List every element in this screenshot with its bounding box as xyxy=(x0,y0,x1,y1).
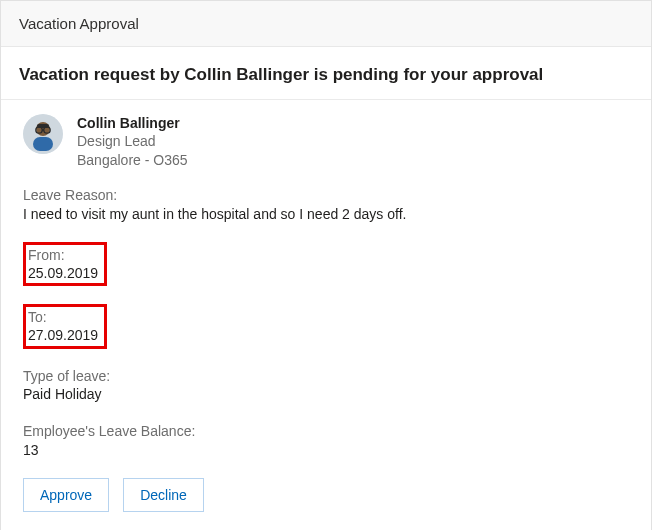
requester-location: Bangalore - O365 xyxy=(77,151,188,170)
leave-balance-field: Employee's Leave Balance: 13 xyxy=(23,422,629,460)
leave-type-value: Paid Holiday xyxy=(23,385,629,404)
requester-name: Collin Ballinger xyxy=(77,114,188,132)
approve-button[interactable]: Approve xyxy=(23,478,109,512)
card-content: Collin Ballinger Design Lead Bangalore -… xyxy=(1,100,651,530)
avatar-icon xyxy=(23,114,63,154)
from-date-highlight: From: 25.09.2019 xyxy=(23,242,107,286)
leave-reason-value: I need to visit my aunt in the hospital … xyxy=(23,205,629,224)
requester-role: Design Lead xyxy=(77,132,188,151)
action-row: Approve Decline xyxy=(23,478,629,512)
to-date-label: To: xyxy=(28,308,98,326)
leave-reason-label: Leave Reason: xyxy=(23,186,629,205)
from-date-value: 25.09.2019 xyxy=(28,264,98,282)
to-date-value: 27.09.2019 xyxy=(28,326,98,344)
vacation-approval-card: Vacation Approval Vacation request by Co… xyxy=(0,0,652,530)
subject-text: Vacation request by Collin Ballinger is … xyxy=(19,65,633,85)
from-date-label: From: xyxy=(28,246,98,264)
leave-balance-value: 13 xyxy=(23,441,629,460)
leave-type-field: Type of leave: Paid Holiday xyxy=(23,367,629,405)
card-title: Vacation Approval xyxy=(19,15,139,32)
to-date-highlight: To: 27.09.2019 xyxy=(23,304,107,348)
subject-row: Vacation request by Collin Ballinger is … xyxy=(1,47,651,100)
requester-block: Collin Ballinger Design Lead Bangalore -… xyxy=(23,114,629,170)
card-header: Vacation Approval xyxy=(1,1,651,47)
leave-type-label: Type of leave: xyxy=(23,367,629,386)
decline-button[interactable]: Decline xyxy=(123,478,204,512)
svg-rect-3 xyxy=(33,137,53,151)
leave-reason-field: Leave Reason: I need to visit my aunt in… xyxy=(23,186,629,224)
leave-balance-label: Employee's Leave Balance: xyxy=(23,422,629,441)
avatar xyxy=(23,114,63,154)
requester-meta: Collin Ballinger Design Lead Bangalore -… xyxy=(77,114,188,170)
